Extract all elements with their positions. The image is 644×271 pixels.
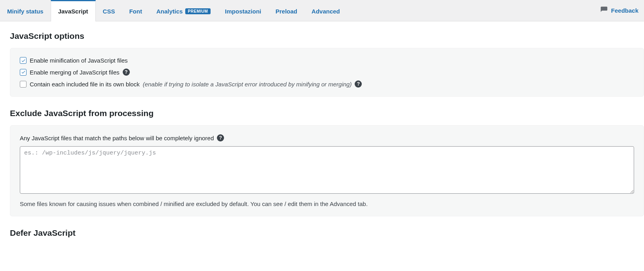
tab-font[interactable]: Font xyxy=(122,0,149,21)
feedback-label: Feedback xyxy=(611,7,638,14)
tab-javascript[interactable]: JavaScript xyxy=(51,0,96,21)
exclude-footnote: Some files known for causing issues when… xyxy=(20,200,634,207)
content-area: JavaScript options Enable minification o… xyxy=(0,21,644,261)
tab-label: JavaScript xyxy=(58,8,88,15)
feedback-link[interactable]: Feedback xyxy=(595,0,644,21)
tab-preload[interactable]: Preload xyxy=(268,0,304,21)
checkbox-contain-block[interactable] xyxy=(20,81,27,88)
tab-bar: Minify status JavaScript CSS Font Analyt… xyxy=(0,0,644,21)
tab-label: Impostazioni xyxy=(225,8,261,15)
exclude-textarea[interactable] xyxy=(20,146,634,194)
tab-label: Preload xyxy=(275,8,297,15)
tab-analytics[interactable]: Analytics PREMIUM xyxy=(149,0,218,21)
tab-impostazioni[interactable]: Impostazioni xyxy=(218,0,268,21)
option-label: Enable minification of JavaScript files xyxy=(30,57,128,64)
option-hint: (enable if trying to isolate a JavaScrip… xyxy=(143,81,352,88)
tab-label: Analytics xyxy=(156,8,183,15)
option-enable-minification: Enable minification of JavaScript files xyxy=(20,57,634,64)
tab-label: Advanced xyxy=(312,8,340,15)
checkbox-enable-merging[interactable] xyxy=(20,69,27,76)
help-icon[interactable]: ? xyxy=(123,69,130,76)
tab-label: CSS xyxy=(103,8,115,15)
tab-minify-status[interactable]: Minify status xyxy=(0,0,51,21)
tab-advanced[interactable]: Advanced xyxy=(304,0,347,21)
help-icon[interactable]: ? xyxy=(355,80,362,88)
option-label: Enable merging of JavaScript files xyxy=(30,69,120,76)
checkbox-enable-minification[interactable] xyxy=(20,57,27,64)
comment-icon xyxy=(600,6,608,15)
tab-label: Font xyxy=(129,8,142,15)
tab-css[interactable]: CSS xyxy=(96,0,122,21)
tab-label: Minify status xyxy=(7,8,44,15)
heading-defer: Defer JavaScript xyxy=(10,228,644,238)
exclude-description: Any JavaScript files that match the path… xyxy=(20,135,214,141)
heading-exclude: Exclude JavaScript from processing xyxy=(10,109,644,118)
option-enable-merging: Enable merging of JavaScript files ? xyxy=(20,69,634,76)
panel-exclude: Any JavaScript files that match the path… xyxy=(10,125,644,216)
exclude-description-row: Any JavaScript files that match the path… xyxy=(20,134,634,141)
option-contain-block: Contain each included file in its own bl… xyxy=(20,80,634,88)
panel-js-options: Enable minification of JavaScript files … xyxy=(10,48,644,97)
premium-badge: PREMIUM xyxy=(185,8,211,14)
heading-js-options: JavaScript options xyxy=(10,31,644,41)
help-icon[interactable]: ? xyxy=(217,134,224,141)
option-label: Contain each included file in its own bl… xyxy=(30,81,140,88)
